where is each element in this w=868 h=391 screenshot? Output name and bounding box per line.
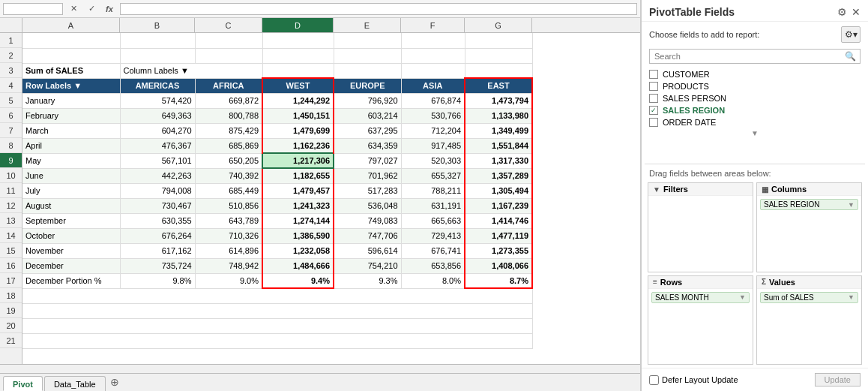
row-num-1[interactable]: 1 — [0, 33, 22, 48]
data-east-5[interactable]: 1,357,289 — [465, 168, 532, 183]
data-asia-0[interactable]: 676,874 — [401, 93, 465, 108]
footer-label[interactable]: December Portion % — [22, 273, 120, 288]
europe-header[interactable]: EUROPE — [334, 78, 401, 93]
field-checkbox-products[interactable] — [649, 82, 658, 91]
cell-a3[interactable]: Sum of SALES — [22, 63, 120, 78]
africa-header[interactable]: AFRICA — [195, 78, 262, 93]
col-header-b[interactable]: B — [120, 18, 195, 32]
row-label-september[interactable]: September — [22, 213, 120, 228]
chip-arrow-sum-of-sales[interactable]: ▼ — [848, 293, 855, 301]
footer-east[interactable]: 8.7% — [465, 273, 532, 288]
cell-f1[interactable] — [401, 33, 465, 48]
cell-d1[interactable] — [262, 33, 334, 48]
data-europe-1[interactable]: 603,214 — [334, 108, 401, 123]
data-east-11[interactable]: 1,408,066 — [465, 258, 532, 273]
defer-checkbox[interactable] — [649, 375, 659, 385]
data-west-6[interactable]: 1,479,457 — [262, 183, 334, 198]
row-num-6[interactable]: 6 — [0, 108, 22, 123]
field-item-customer[interactable]: CUSTOMER — [645, 68, 865, 80]
data-west-5[interactable]: 1,182,655 — [262, 168, 334, 183]
data-asia-1[interactable]: 530,766 — [401, 108, 465, 123]
data-africa-6[interactable]: 685,449 — [195, 183, 262, 198]
data-americas-3[interactable]: 476,367 — [120, 138, 195, 153]
data-west-1[interactable]: 1,450,151 — [262, 108, 334, 123]
data-west-11[interactable]: 1,484,666 — [262, 258, 334, 273]
data-americas-9[interactable]: 676,264 — [120, 228, 195, 243]
data-east-10[interactable]: 1,273,355 — [465, 243, 532, 258]
data-east-6[interactable]: 1,305,494 — [465, 183, 532, 198]
formula-fx-btn[interactable]: fx — [102, 5, 117, 14]
area-filters-content[interactable] — [648, 196, 753, 272]
field-checkbox-sales-region[interactable]: ✓ — [649, 106, 658, 115]
data-asia-6[interactable]: 788,211 — [401, 183, 465, 198]
cell-f3[interactable] — [401, 63, 465, 78]
row-num-21[interactable]: 21 — [0, 333, 22, 348]
row-label-april[interactable]: April — [22, 138, 120, 153]
cell-b3[interactable]: Column Labels ▼ — [120, 63, 262, 78]
data-east-1[interactable]: 1,133,980 — [465, 108, 532, 123]
row-num-4[interactable]: 4 — [0, 78, 22, 93]
data-africa-4[interactable]: 650,205 — [195, 153, 262, 168]
data-americas-1[interactable]: 649,363 — [120, 108, 195, 123]
cell-d3[interactable] — [262, 63, 334, 78]
data-europe-8[interactable]: 749,083 — [334, 213, 401, 228]
data-africa-3[interactable]: 685,869 — [195, 138, 262, 153]
field-item-order-date[interactable]: ORDER DATE — [645, 116, 865, 128]
data-africa-10[interactable]: 614,896 — [195, 243, 262, 258]
data-africa-7[interactable]: 510,856 — [195, 198, 262, 213]
row-label-november[interactable]: November — [22, 243, 120, 258]
cell-reference-box[interactable]: D9 — [3, 3, 63, 15]
field-checkbox-order-date[interactable] — [649, 118, 658, 127]
data-europe-2[interactable]: 637,295 — [334, 123, 401, 138]
data-west-4[interactable]: 1,217,306 — [262, 153, 334, 168]
data-asia-9[interactable]: 729,413 — [401, 228, 465, 243]
row-num-12[interactable]: 12 — [0, 198, 22, 213]
row-num-16[interactable]: 16 — [0, 258, 22, 273]
data-west-10[interactable]: 1,232,058 — [262, 243, 334, 258]
row-label-may[interactable]: May — [22, 153, 120, 168]
formula-cancel-btn[interactable]: ✕ — [66, 4, 81, 14]
data-west-9[interactable]: 1,386,590 — [262, 228, 334, 243]
cell-c2[interactable] — [195, 48, 262, 63]
data-europe-7[interactable]: 536,048 — [334, 198, 401, 213]
chip-arrow-sales-region[interactable]: ▼ — [848, 201, 855, 209]
row-label-march[interactable]: March — [22, 123, 120, 138]
row-num-18[interactable]: 18 — [0, 288, 22, 303]
cell-c1[interactable] — [195, 33, 262, 48]
data-africa-1[interactable]: 800,788 — [195, 108, 262, 123]
data-americas-4[interactable]: 567,101 — [120, 153, 195, 168]
field-item-sales-region[interactable]: ✓ SALES REGION — [645, 104, 865, 116]
row-num-17[interactable]: 17 — [0, 273, 22, 288]
data-europe-11[interactable]: 754,210 — [334, 258, 401, 273]
sales-month-chip[interactable]: SALES MONTH ▼ — [651, 292, 750, 303]
horizontal-scrollbar[interactable] — [0, 364, 640, 373]
cell-b1[interactable] — [120, 33, 195, 48]
data-africa-9[interactable]: 710,326 — [195, 228, 262, 243]
row-num-14[interactable]: 14 — [0, 228, 22, 243]
row-num-13[interactable]: 13 — [0, 213, 22, 228]
data-europe-4[interactable]: 797,027 — [334, 153, 401, 168]
field-item-sales-person[interactable]: SALES PERSON — [645, 92, 865, 104]
data-east-4[interactable]: 1,317,330 — [465, 153, 532, 168]
sales-region-chip[interactable]: SALES REGION ▼ — [760, 199, 858, 210]
data-africa-8[interactable]: 643,789 — [195, 213, 262, 228]
footer-europe[interactable]: 9.3% — [334, 273, 401, 288]
row-num-19[interactable]: 19 — [0, 303, 22, 318]
data-americas-5[interactable]: 442,263 — [120, 168, 195, 183]
row-num-2[interactable]: 2 — [0, 48, 22, 63]
data-east-2[interactable]: 1,349,499 — [465, 123, 532, 138]
cell-e2[interactable] — [334, 48, 401, 63]
pivot-close-icon[interactable]: ✕ — [852, 6, 861, 18]
row-label-august[interactable]: August — [22, 198, 120, 213]
field-list-scroll-down[interactable]: ▼ — [645, 128, 865, 138]
data-west-8[interactable]: 1,274,144 — [262, 213, 334, 228]
cell-b2[interactable] — [120, 48, 195, 63]
footer-africa[interactable]: 9.0% — [195, 273, 262, 288]
data-asia-8[interactable]: 665,663 — [401, 213, 465, 228]
col-header-g[interactable]: G — [465, 18, 532, 32]
empty-row-19[interactable] — [22, 303, 532, 318]
row-num-11[interactable]: 11 — [0, 183, 22, 198]
empty-row-20[interactable] — [22, 318, 532, 333]
formula-input[interactable]: =AMERICAS+AFRICA — [120, 3, 637, 15]
cell-a2[interactable] — [22, 48, 120, 63]
